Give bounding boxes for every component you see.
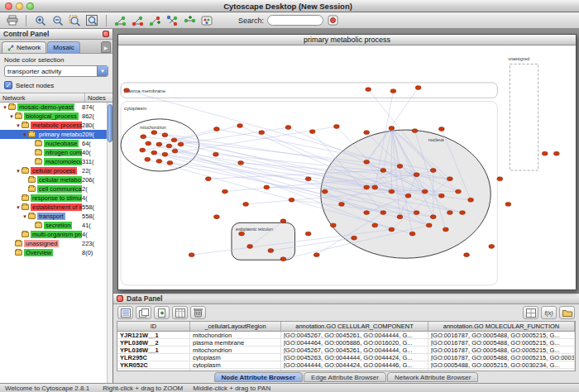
tab-network[interactable]: Network (2, 41, 46, 53)
attribute-table[interactable]: ID_cellularLayoutRegionannotation.GO CEL… (117, 321, 576, 371)
table-row[interactable]: YKR052Ccytoplasm[GO:0044444, GO:0044424,… (117, 361, 575, 369)
network-node[interactable] (366, 88, 371, 92)
tree-row[interactable]: ▼establishment of lo558( (0, 203, 107, 212)
network-node[interactable] (330, 223, 336, 227)
network-node[interactable] (426, 223, 432, 227)
zoom-out-button[interactable] (50, 13, 65, 27)
network-node[interactable] (259, 131, 265, 135)
network-node[interactable] (223, 189, 228, 194)
network-node[interactable] (447, 211, 452, 215)
network-node[interactable] (280, 257, 286, 261)
tree-row[interactable]: macromolecule311( (0, 157, 107, 166)
network-node[interactable] (364, 185, 370, 189)
table-row[interactable]: YJR121W__1mitochondrion[GO:0045267, GO:0… (117, 332, 575, 339)
network-node[interactable] (237, 124, 243, 128)
network-node[interactable] (372, 223, 378, 227)
tree-column-network[interactable]: Network (0, 93, 85, 102)
tree-row[interactable]: Overview8(0) (0, 248, 107, 257)
select-nodes-checkbox[interactable]: ✓ (4, 81, 12, 89)
column-header[interactable]: _cellularLayoutRegion (190, 322, 281, 331)
tree-expand-icon[interactable]: ▼ (15, 205, 22, 210)
network-node[interactable] (389, 227, 395, 232)
column-header[interactable]: annotation.GO CELLULAR_COMPONENT (281, 322, 428, 331)
network-node[interactable] (397, 215, 403, 219)
network-view-window[interactable]: primary metabolic process plasma membran… (117, 34, 577, 290)
tree-column-nodes[interactable]: Nodes (85, 93, 112, 102)
network-node[interactable] (352, 236, 357, 240)
network-node[interactable] (415, 86, 421, 90)
tab-scroll-right-button[interactable]: ▶ (101, 41, 111, 53)
minimize-window-button[interactable] (16, 2, 23, 10)
tree-expand-icon[interactable]: ▼ (22, 132, 28, 137)
tree-scrollbar-thumb[interactable] (108, 104, 112, 142)
network-node[interactable] (372, 185, 378, 189)
network-node[interactable] (247, 244, 253, 248)
network-node[interactable] (389, 127, 395, 131)
network-node[interactable] (364, 160, 370, 164)
network-node[interactable] (313, 253, 319, 257)
tree-row[interactable]: ▼mosaic-demo-yeast874( (0, 103, 107, 112)
zoom-fit-button[interactable] (84, 13, 100, 27)
tree-expand-icon[interactable]: ▼ (15, 123, 22, 128)
tree-row[interactable]: ▼metabolic process280( (0, 121, 107, 130)
network-node[interactable] (205, 177, 211, 181)
tree-row[interactable]: ▼primary metabo209( (0, 130, 107, 139)
network-node[interactable] (489, 244, 495, 248)
network-node[interactable] (339, 202, 345, 206)
network-node[interactable] (268, 249, 274, 253)
search-options-button[interactable] (325, 13, 341, 27)
tree-row[interactable]: unassigned223( (0, 239, 107, 248)
network-node[interactable] (151, 131, 157, 135)
network-node[interactable] (389, 189, 395, 194)
network-node[interactable] (553, 151, 559, 155)
tree-expand-icon[interactable]: ▼ (15, 169, 22, 174)
tree-row[interactable]: ▼biological_process862( (0, 112, 107, 121)
print-button[interactable] (4, 13, 20, 27)
tree-row[interactable]: cell communica2( (0, 184, 107, 194)
network-node[interactable] (438, 127, 444, 131)
table-row[interactable]: YDR039C__1mitochondrion[GO:0044444, GO:0… (117, 369, 575, 370)
network-node[interactable] (414, 173, 419, 177)
network-node[interactable] (264, 185, 270, 189)
network-node[interactable] (213, 127, 219, 131)
column-header[interactable]: annotation.GO MOLECULAR_FUNCTION (428, 322, 575, 331)
network-node[interactable] (156, 159, 162, 163)
network-node[interactable] (289, 198, 294, 202)
merge-networks-button[interactable] (182, 13, 198, 27)
network-node[interactable] (280, 219, 286, 223)
network-node[interactable] (468, 198, 474, 202)
network-node[interactable] (405, 194, 411, 198)
network-node[interactable] (140, 148, 146, 152)
network-canvas[interactable]: plasma membrane cytoplasm mitochondrion … (118, 45, 576, 289)
tree-row[interactable]: ▼cellular process22( (0, 166, 107, 175)
tree-scrollbar[interactable] (107, 103, 112, 383)
tree-row[interactable]: ▼transport558( (0, 212, 107, 221)
network-node[interactable] (162, 152, 168, 156)
network-node[interactable] (460, 211, 466, 215)
delete-attribute-button[interactable] (190, 306, 206, 319)
network-node[interactable] (438, 194, 444, 198)
vizmapper-button[interactable] (199, 13, 215, 27)
zoom-in-button[interactable] (32, 13, 48, 27)
attribute-columns-button[interactable] (172, 306, 188, 319)
select-attributes-button[interactable] (117, 306, 133, 319)
network-node[interactable] (333, 125, 339, 129)
hide-selection-button[interactable] (130, 13, 146, 27)
network-node[interactable] (447, 177, 452, 181)
network-node[interactable] (213, 152, 218, 156)
formula-builder-button[interactable]: f(x) (541, 306, 557, 319)
network-node[interactable] (285, 126, 291, 130)
close-window-button[interactable] (5, 2, 12, 10)
zoom-window-button[interactable] (26, 2, 34, 10)
network-node[interactable] (380, 169, 386, 173)
network-node[interactable] (166, 144, 172, 148)
table-row[interactable]: YLR295Ccytoplasm[GO:0045263, GO:0044444,… (117, 354, 575, 361)
network-node[interactable] (156, 142, 162, 146)
network-node[interactable] (178, 142, 184, 146)
network-node[interactable] (162, 133, 168, 137)
tab-network-attribute-browser[interactable]: Network Attribute Browser (387, 372, 478, 382)
network-node[interactable] (422, 189, 428, 194)
network-node[interactable] (505, 202, 511, 206)
network-node[interactable] (171, 138, 177, 142)
new-attribute-button[interactable] (154, 306, 170, 319)
